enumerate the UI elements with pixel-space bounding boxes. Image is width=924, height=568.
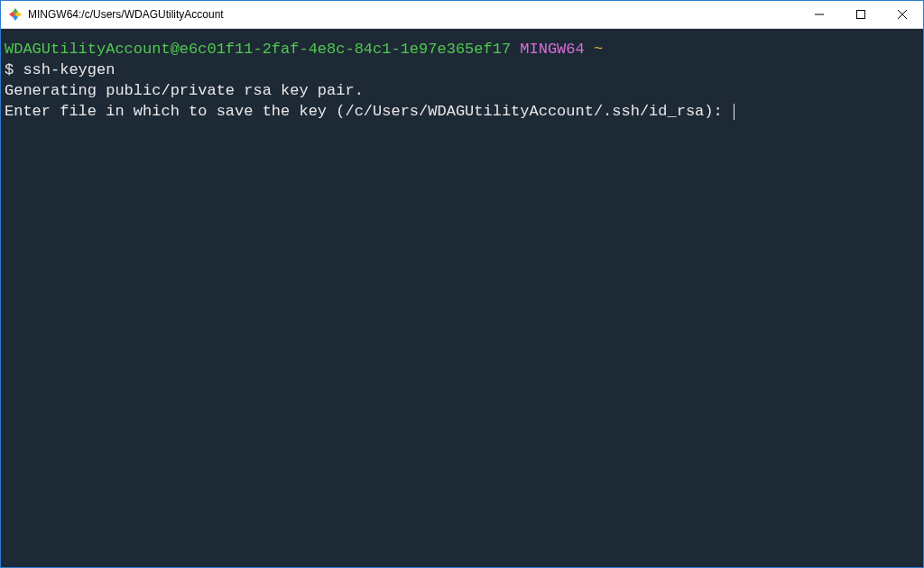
minimize-button[interactable] [799,1,840,28]
terminal-area[interactable]: WDAGUtilityAccount@e6c01f11-2faf-4e8c-84… [1,29,923,567]
path: ~ [594,41,603,58]
titlebar[interactable]: MINGW64:/c/Users/WDAGUtilityAccount [1,1,923,29]
maximize-button[interactable] [840,1,882,28]
close-button[interactable] [882,1,923,28]
system-label: MINGW64 [520,41,584,58]
terminal-window: MINGW64:/c/Users/WDAGUtilityAccount WDAG… [0,0,924,568]
command-text: ssh-keygen [23,61,115,78]
app-icon [8,7,23,22]
svg-rect-0 [857,11,865,19]
input-prompt-line: Enter file in which to save the key (/c/… [5,102,919,123]
cursor [734,104,735,120]
window-controls [799,1,923,28]
prompt-symbol: $ [5,61,23,78]
window-title: MINGW64:/c/Users/WDAGUtilityAccount [28,8,799,21]
output-line: Generating public/private rsa key pair. [5,81,919,102]
input-prompt-text: Enter file in which to save the key (/c/… [5,103,732,120]
user-host: WDAGUtilityAccount@e6c01f11-2faf-4e8c-84… [5,41,511,58]
command-line: $ ssh-keygen [5,60,919,81]
prompt-line: WDAGUtilityAccount@e6c01f11-2faf-4e8c-84… [5,40,919,60]
